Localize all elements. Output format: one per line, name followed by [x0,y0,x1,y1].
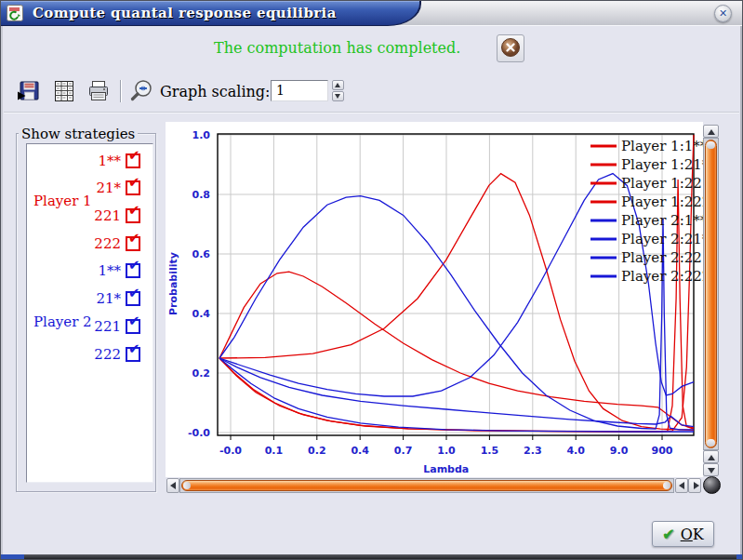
status-message: The computation has completed. [214,39,460,57]
window-corner-left[interactable] [1,554,24,559]
vertical-scroll-track[interactable] [703,138,719,450]
scroll-left-icon[interactable] [675,478,688,493]
legend-label: Player 2:21* [621,231,703,247]
strategy-checkbox[interactable] [126,236,140,251]
strategy-label: 21* [96,290,121,307]
spinner-down-icon[interactable] [332,91,344,101]
qre-dialog-window: Compute quantal response equilibria The … [0,0,743,560]
svg-text:9.0: 9.0 [610,445,629,457]
series-line [219,358,694,427]
svg-text:0.4: 0.4 [351,445,369,457]
strategy-row: 221 [27,316,153,339]
legend-label: Player 1:221 [621,175,703,192]
svg-text:900: 900 [652,445,673,457]
legend: Player 1:1**Player 1:21*Player 1:221Play… [590,138,703,285]
zoom-fit-icon[interactable] [129,79,156,103]
legend-label: Player 1:21* [621,156,703,173]
check-icon [128,285,140,301]
scroll-up-icon[interactable] [703,125,719,138]
legend-label: Player 2:221 [621,249,703,266]
legend-label: Player 2:1** [621,212,703,229]
strategy-checkbox[interactable] [126,319,140,334]
strategy-checkbox[interactable] [126,153,140,168]
spinner-up-icon[interactable] [332,80,344,90]
save-icon[interactable] [17,79,41,103]
svg-text:4.0: 4.0 [566,445,585,457]
toolbar-divider [4,112,739,113]
window-title: Compute quantal response equilibria [33,5,337,21]
title-bar[interactable]: Compute quantal response equilibria [1,1,742,26]
strategy-row: 21* [27,178,153,200]
ok-button[interactable]: ✔OK [652,521,714,547]
check-icon [128,174,140,191]
strategy-label: 221 [94,207,121,224]
svg-text:1.0: 1.0 [437,445,456,457]
horizontal-scroll-thumb[interactable] [181,480,672,491]
strategy-checkbox[interactable] [126,208,140,223]
strategy-label: 21* [96,180,121,196]
vertical-scrollbar[interactable] [703,125,719,476]
graph-scaling-input[interactable]: 1 [271,80,328,101]
horizontal-scrollbar[interactable] [166,478,702,494]
print-icon[interactable] [86,79,111,103]
svg-text:0.1: 0.1 [265,445,284,457]
svg-text:2.3: 2.3 [524,445,542,457]
strategy-row: 1** [27,151,153,173]
stop-button[interactable] [497,34,524,62]
horizontal-scroll-track[interactable] [179,478,674,493]
x-tick-marks [231,435,662,440]
svg-text:0.2: 0.2 [308,445,326,457]
check-icon [128,202,140,219]
toolbar-separator [120,80,121,102]
groupbox-title: Show strategies [19,126,138,142]
graph-scaling-value: 1 [276,83,285,98]
scroll-up-icon[interactable] [703,450,719,463]
strategy-row: 222 [27,233,153,256]
strategy-row: 1** [27,260,153,283]
ok-check-icon: ✔ [662,526,674,543]
qre-chart: -0.00.10.20.40.71.01.52.34.09.09001.00.8… [166,122,703,477]
close-icon[interactable] [714,5,732,22]
window-bottom-edge [1,554,742,559]
resize-knob[interactable] [703,476,721,494]
svg-text:0.7: 0.7 [394,445,413,457]
scroll-right-icon[interactable] [688,478,701,493]
strategy-checkbox[interactable] [126,291,140,306]
scroll-left-icon[interactable] [166,478,179,493]
strategy-row: 221 [27,206,153,228]
app-icon [7,5,23,21]
strategy-checkbox[interactable] [126,180,140,195]
legend-label: Player 1:1** [621,138,703,154]
svg-text:0.4: 0.4 [192,308,211,320]
strategy-label: 1** [98,153,121,169]
svg-text:-0.0: -0.0 [219,445,242,457]
scroll-down-icon[interactable] [703,463,719,476]
strategies-list: Player 1 Player 2 1** 21* 221 222 1** 21… [26,143,153,483]
strategy-label: 222 [94,346,121,363]
svg-text:0.8: 0.8 [192,189,211,201]
window-corner-right[interactable] [736,554,742,559]
svg-text:0.6: 0.6 [192,248,211,260]
check-icon [128,230,140,247]
ok-label: O [681,526,693,543]
check-icon [128,257,140,273]
strategy-checkbox[interactable] [126,347,140,362]
strategy-row: 222 [27,344,153,367]
strategy-label: 221 [94,318,121,335]
x-axis-title: Lambda [423,463,469,475]
x-tick-labels: -0.00.10.20.40.71.01.52.34.09.0900 [219,445,673,457]
qre-chart-panel[interactable]: -0.00.10.20.40.71.01.52.34.09.09001.00.8… [166,122,703,477]
graph-scaling-spinner [332,80,344,102]
check-icon [128,313,140,329]
view-data-table-icon[interactable] [52,79,76,103]
svg-text:0.2: 0.2 [192,367,211,380]
legend-label: Player 1:222 [621,193,703,210]
legend-label: Player 2:222 [621,268,703,285]
vertical-scroll-thumb[interactable] [705,140,717,448]
strategy-label: 1** [98,262,121,279]
y-axis-title: Probability [167,252,179,315]
strategy-checkbox[interactable] [126,263,140,278]
check-icon [128,147,140,164]
strategy-label: 222 [94,235,121,252]
y-tick-labels: 1.00.80.60.40.2-0.0 [188,129,210,439]
